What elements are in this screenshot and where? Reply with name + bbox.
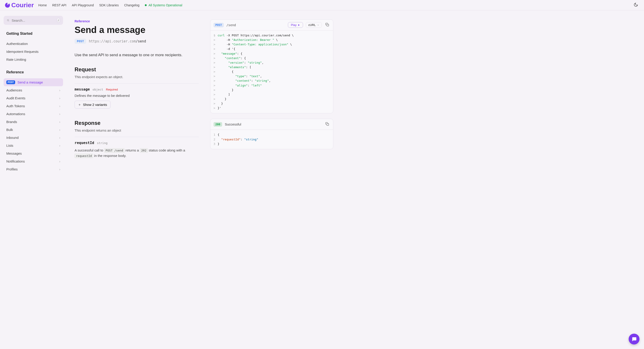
chevron-right-icon: ›: [59, 128, 60, 132]
copy-button[interactable]: [324, 22, 330, 28]
divider: [74, 83, 199, 83]
required-label: Required: [106, 88, 118, 91]
response-text: A successful call to POST /send returns …: [74, 148, 199, 158]
request-sub: This endpoint expects an object.: [74, 75, 199, 79]
status-label: All Systems Operational: [148, 3, 182, 7]
svg-line-1: [8, 21, 9, 21]
main-content: Reference Send a message POST https://ap…: [74, 19, 199, 176]
sidebar-item-label: Send a message: [18, 80, 43, 84]
sidebar-item-brands[interactable]: Brands›: [4, 118, 63, 126]
svg-rect-6: [327, 123, 329, 125]
play-button[interactable]: Play: [288, 22, 303, 28]
endpoint-row: POST https://api.courier.com/send: [74, 39, 199, 44]
chevron-right-icon: ›: [59, 167, 60, 171]
svg-marker-4: [298, 24, 300, 26]
breadcrumb: Reference: [74, 19, 199, 23]
sidebar: / Getting Started Authentication Idempot…: [0, 10, 67, 185]
nav-api-playground[interactable]: API Playground: [72, 3, 94, 7]
code-header: POST /send Play cURL: [210, 20, 333, 30]
chevron-right-icon: ›: [59, 104, 60, 108]
chevron-down-icon: [317, 24, 319, 26]
code-request-panel: POST /send Play cURL $curl -X POS: [210, 19, 333, 113]
sidebar-item-profiles[interactable]: Profiles›: [4, 165, 63, 173]
search-input[interactable]: [12, 18, 55, 22]
chevron-right-icon: ›: [59, 136, 60, 139]
sidebar-item-inbound[interactable]: Inbound›: [4, 134, 63, 142]
sidebar-item-bulk[interactable]: Bulk›: [4, 126, 63, 134]
status-dot-icon: [145, 4, 147, 6]
copy-icon: [326, 23, 329, 26]
endpoint-url: https://api.courier.com/send: [89, 39, 146, 43]
param-desc: Defines the message to be delivered: [74, 94, 199, 97]
param-row-message: message object Required Defines the mess…: [74, 87, 199, 109]
nav-changelog[interactable]: Changelog: [124, 3, 140, 7]
copy-icon: [326, 122, 329, 126]
nav-home[interactable]: Home: [38, 3, 47, 7]
code-path: /send: [226, 23, 236, 27]
plus-icon: [78, 103, 81, 106]
play-icon: [298, 24, 300, 26]
sidebar-item-audiences[interactable]: Audiences›: [4, 86, 63, 94]
param-type: string: [97, 141, 108, 145]
top-header: Courier Home REST API API Playground SDK…: [0, 0, 644, 10]
brand-logo[interactable]: Courier: [4, 1, 34, 9]
response-body[interactable]: 1{2 "requestId": "string"3}: [210, 130, 333, 149]
sidebar-section-reference: Reference POST Send a message Audiences›…: [4, 70, 63, 173]
param-type: object: [93, 88, 103, 91]
sidebar-item-lists[interactable]: Lists›: [4, 142, 63, 149]
status-200-badge: 200: [214, 122, 222, 127]
param-name: requestId: [74, 141, 94, 145]
svg-point-0: [7, 19, 9, 21]
nav-sdk-libraries[interactable]: SDK Libraries: [99, 3, 119, 7]
nav-rest-api[interactable]: REST API: [52, 3, 66, 7]
status-indicator[interactable]: All Systems Operational: [145, 3, 182, 7]
code-method-badge: POST: [214, 23, 224, 27]
request-heading: Request: [74, 66, 199, 73]
chip-requestid: requestId: [74, 154, 93, 158]
chip-202: 202: [140, 148, 148, 153]
response-header: 200 Successful: [210, 119, 333, 130]
language-select[interactable]: cURL: [306, 22, 322, 28]
show-variants-button[interactable]: Show 2 variants: [74, 101, 110, 109]
response-label: Successful: [225, 122, 241, 126]
sidebar-section-getting-started: Getting Started Authentication Idempoten…: [4, 32, 63, 63]
sidebar-item-audit-events[interactable]: Audit Events›: [4, 94, 63, 102]
sidebar-item-rate-limiting[interactable]: Rate Limiting: [4, 55, 63, 63]
chevron-right-icon: ›: [59, 88, 60, 92]
theme-toggle-button[interactable]: [632, 1, 640, 9]
param-row-requestid: requestId string A successful call to PO…: [74, 141, 199, 158]
chevron-right-icon: ›: [59, 144, 60, 147]
search-shortcut: /: [57, 18, 60, 22]
code-body[interactable]: $curl -X POST https://api.courier.com/se…: [210, 30, 333, 113]
top-nav: Home REST API API Playground SDK Librari…: [38, 3, 632, 7]
sidebar-item-send-message[interactable]: POST Send a message: [4, 78, 63, 86]
post-badge: POST: [6, 80, 15, 84]
sidebar-item-messages[interactable]: Messages›: [4, 149, 63, 157]
page-title: Send a message: [74, 25, 199, 35]
chevron-right-icon: ›: [59, 159, 60, 163]
sidebar-title-reference: Reference: [6, 70, 63, 74]
sidebar-title-getting-started: Getting Started: [6, 32, 63, 36]
sidebar-item-auth-tokens[interactable]: Auth Tokens›: [4, 102, 63, 110]
response-heading: Response: [74, 120, 199, 126]
moon-icon: [634, 2, 638, 7]
chevron-right-icon: ›: [59, 120, 60, 124]
search-icon: [7, 18, 10, 22]
chevron-right-icon: ›: [59, 112, 60, 116]
svg-rect-5: [327, 24, 329, 26]
code-response-panel: 200 Successful 1{2 "requestId": "string"…: [210, 119, 333, 149]
brand-name: Courier: [11, 1, 34, 9]
response-sub: This endpoint returns an object: [74, 128, 199, 132]
courier-logo-icon: [4, 2, 10, 8]
chevron-right-icon: ›: [59, 151, 60, 155]
sidebar-item-idempotent[interactable]: Idempotent Requests: [4, 48, 63, 55]
page-description: Use the send API to send a message to on…: [74, 53, 199, 57]
chip-post-send: POST /send: [104, 148, 124, 153]
chevron-right-icon: ›: [59, 96, 60, 100]
search-box[interactable]: /: [4, 16, 63, 25]
sidebar-item-authentication[interactable]: Authentication: [4, 40, 63, 48]
sidebar-item-automations[interactable]: Automations›: [4, 110, 63, 118]
copy-response-button[interactable]: [324, 121, 330, 127]
param-name: message: [74, 87, 90, 91]
sidebar-item-notifications[interactable]: Notifications›: [4, 157, 63, 165]
